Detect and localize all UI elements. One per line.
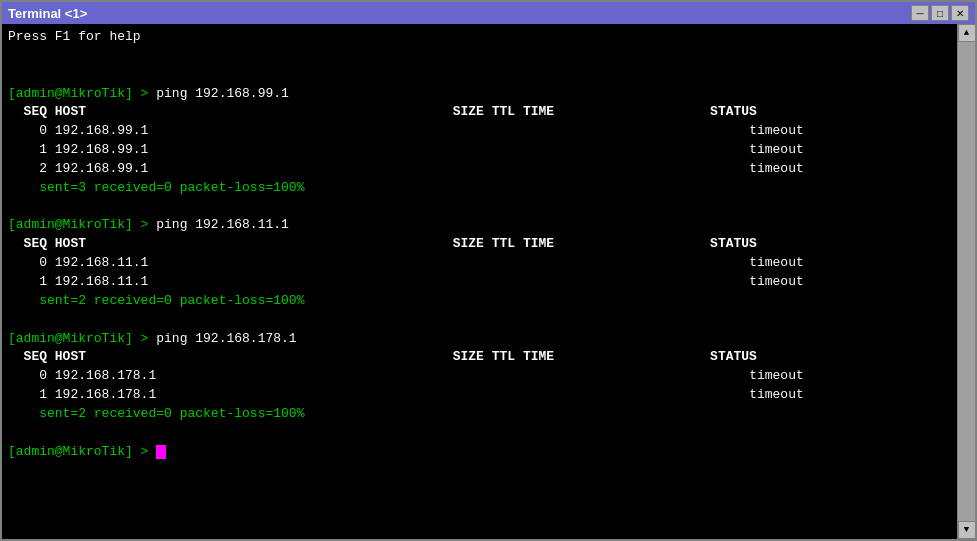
- blank4: [8, 311, 951, 330]
- cursor: [156, 445, 166, 459]
- ping3-row1: 1 192.168.178.1 timeout: [8, 386, 951, 405]
- close-button[interactable]: ✕: [951, 5, 969, 21]
- ping1-row2: 2 192.168.99.1 timeout: [8, 160, 951, 179]
- scroll-track[interactable]: [958, 42, 975, 521]
- ping1-row0: 0 192.168.99.1 timeout: [8, 122, 951, 141]
- scroll-up-button[interactable]: ▲: [958, 24, 976, 42]
- ping2-row0: 0 192.168.11.1 timeout: [8, 254, 951, 273]
- ping3-row0: 0 192.168.178.1 timeout: [8, 367, 951, 386]
- blank3: [8, 198, 951, 217]
- ping1-cmd: [admin@MikroTik] > ping 192.168.99.1: [8, 85, 951, 104]
- ping2-stats: sent=2 received=0 packet-loss=100%: [8, 292, 951, 311]
- ping3-stats: sent=2 received=0 packet-loss=100%: [8, 405, 951, 424]
- scroll-down-button[interactable]: ▼: [958, 521, 976, 539]
- terminal-window: Terminal <1> ─ □ ✕ Press F1 for help [ad…: [0, 0, 977, 541]
- window-title: Terminal <1>: [8, 6, 87, 21]
- blank5: [8, 424, 951, 443]
- blank2: [8, 66, 951, 85]
- help-line: Press F1 for help: [8, 28, 951, 47]
- title-bar: Terminal <1> ─ □ ✕: [2, 2, 975, 24]
- ping1-stats: sent=3 received=0 packet-loss=100%: [8, 179, 951, 198]
- ping3-header: SEQ HOST SIZE TTL TIME STATUS: [8, 348, 951, 367]
- scrollbar[interactable]: ▲ ▼: [957, 24, 975, 539]
- ping2-header: SEQ HOST SIZE TTL TIME STATUS: [8, 235, 951, 254]
- ping1-row1: 1 192.168.99.1 timeout: [8, 141, 951, 160]
- maximize-button[interactable]: □: [931, 5, 949, 21]
- window-body: Press F1 for help [admin@MikroTik] > pin…: [2, 24, 975, 539]
- ping3-cmd: [admin@MikroTik] > ping 192.168.178.1: [8, 330, 951, 349]
- blank1: [8, 47, 951, 66]
- minimize-button[interactable]: ─: [911, 5, 929, 21]
- current-prompt-line: [admin@MikroTik] >: [8, 443, 951, 462]
- ping2-cmd: [admin@MikroTik] > ping 192.168.11.1: [8, 216, 951, 235]
- window-controls: ─ □ ✕: [911, 5, 969, 21]
- terminal-content[interactable]: Press F1 for help [admin@MikroTik] > pin…: [2, 24, 957, 539]
- ping2-row1: 1 192.168.11.1 timeout: [8, 273, 951, 292]
- ping1-header: SEQ HOST SIZE TTL TIME STATUS: [8, 103, 951, 122]
